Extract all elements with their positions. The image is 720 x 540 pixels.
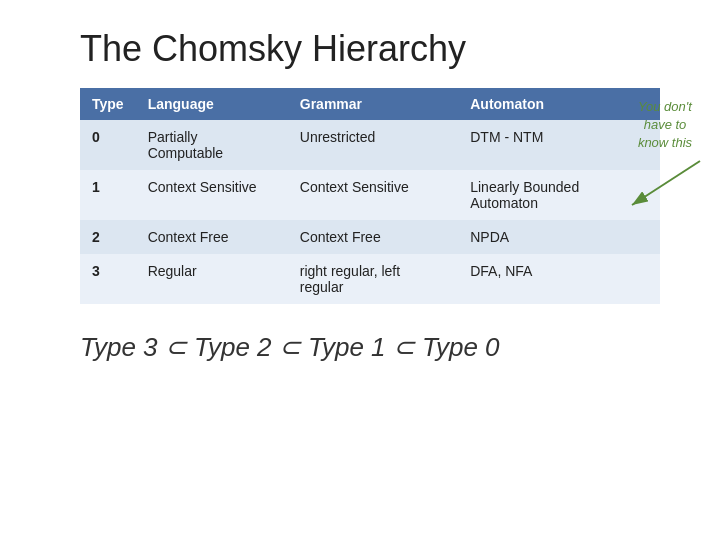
cell-grammar-2: Context Free — [288, 220, 458, 254]
col-header-language: Language — [136, 88, 288, 120]
col-header-type: Type — [80, 88, 136, 120]
cell-language-0: Partially Computable — [136, 120, 288, 170]
cell-automaton-3: DFA, NFA — [458, 254, 660, 304]
svg-line-0 — [632, 161, 700, 205]
cell-type-0: 0 — [80, 120, 136, 170]
cell-automaton-2: NPDA — [458, 220, 660, 254]
annotation-line2: have to — [644, 117, 687, 132]
col-header-grammar: Grammar — [288, 88, 458, 120]
table-row: 3 Regular right regular, left regular DF… — [80, 254, 660, 304]
cell-type-2: 2 — [80, 220, 136, 254]
cell-grammar-0: Unrestricted — [288, 120, 458, 170]
cell-grammar-1: Context Sensitive — [288, 170, 458, 220]
page-title: The Chomsky Hierarchy — [0, 0, 720, 88]
cell-language-2: Context Free — [136, 220, 288, 254]
cell-type-3: 3 — [80, 254, 136, 304]
cell-language-1: Context Sensitive — [136, 170, 288, 220]
table-header-row: Type Language Grammar Automaton — [80, 88, 660, 120]
annotation-arrow — [612, 153, 712, 213]
chomsky-table: Type Language Grammar Automaton 0 Partia… — [80, 88, 660, 304]
table-row: 2 Context Free Context Free NPDA — [80, 220, 660, 254]
annotation: You don't have to know this — [620, 98, 710, 153]
annotation-line1: You don't — [638, 99, 692, 114]
cell-grammar-3: right regular, left regular — [288, 254, 458, 304]
table-row: 0 Partially Computable Unrestricted DTM … — [80, 120, 660, 170]
formula: Type 3 ⊂ Type 2 ⊂ Type 1 ⊂ Type 0 — [0, 304, 720, 363]
content-area: You don't have to know this Type Languag… — [0, 88, 720, 304]
cell-type-1: 1 — [80, 170, 136, 220]
cell-language-3: Regular — [136, 254, 288, 304]
annotation-line3: know this — [638, 135, 692, 150]
table-row: 1 Context Sensitive Context Sensitive Li… — [80, 170, 660, 220]
